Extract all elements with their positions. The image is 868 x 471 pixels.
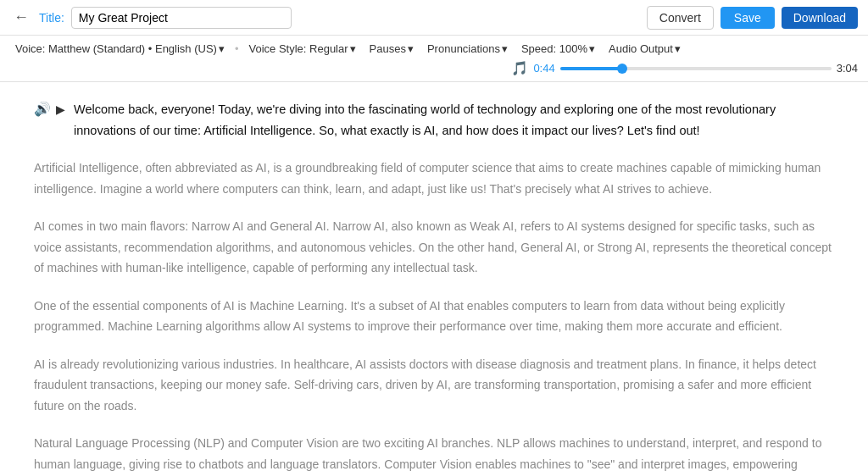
pronunciations-chevron: ▾	[502, 42, 508, 55]
voice-style-label: Voice Style: Regular	[249, 42, 348, 55]
pauses-label: Pauses	[370, 42, 406, 55]
convert-button[interactable]: Convert	[647, 6, 714, 30]
save-button[interactable]: Save	[721, 7, 775, 29]
audio-file-icon: 🎵	[511, 60, 528, 76]
voice-label: Voice: Matthew (Standard) • English (US)	[15, 42, 217, 55]
pauses-chevron: ▾	[408, 42, 414, 55]
voice-style-selector[interactable]: Voice Style: Regular ▾	[244, 41, 361, 57]
audio-output-label: Audio Output	[609, 42, 673, 55]
audio-progress-bar: 🎵 0:44 3:04	[511, 60, 858, 76]
pronunciations-label: Pronunciations	[427, 42, 500, 55]
back-button[interactable]: ←	[10, 8, 32, 26]
download-button[interactable]: Download	[782, 7, 858, 29]
progress-fill	[560, 67, 623, 70]
audio-output-chevron: ▾	[675, 42, 681, 55]
pronunciations-selector[interactable]: Pronunciations ▾	[422, 41, 513, 57]
time-total: 3:04	[837, 62, 858, 75]
speed-label: Speed: 100%	[521, 42, 587, 55]
paragraph-4: AI is already revolutionizing various in…	[34, 354, 834, 417]
toolbar: Voice: Matthew (Standard) • English (US)…	[0, 36, 868, 82]
volume-icon[interactable]: 🔊	[34, 101, 51, 117]
speed-selector[interactable]: Speed: 100% ▾	[516, 41, 600, 57]
time-current: 0:44	[533, 62, 554, 75]
voice-selector[interactable]: Voice: Matthew (Standard) • English (US)…	[10, 41, 230, 57]
progress-track[interactable]	[560, 67, 832, 70]
speed-chevron: ▾	[589, 42, 595, 55]
play-icon[interactable]: ▶	[56, 103, 65, 116]
title-label: Title:	[39, 11, 64, 25]
voice-chevron: ▾	[219, 42, 225, 55]
paragraph-5: Natural Language Processing (NLP) and Co…	[34, 433, 834, 471]
title-input[interactable]	[71, 7, 292, 29]
audio-output-selector[interactable]: Audio Output ▾	[604, 41, 686, 57]
voice-style-chevron: ▾	[350, 42, 356, 55]
content-area: 🔊 ▶ Welcome back, everyone! Today, we're…	[0, 82, 868, 471]
highlighted-paragraph-text: Welcome back, everyone! Today, we're div…	[74, 99, 834, 141]
paragraph-3: One of the essential components of AI is…	[34, 296, 834, 337]
highlighted-paragraph: 🔊 ▶ Welcome back, everyone! Today, we're…	[34, 99, 834, 141]
pauses-selector[interactable]: Pauses ▾	[364, 41, 419, 57]
paragraph-2: AI comes in two main flavors: Narrow AI …	[34, 216, 834, 279]
paragraph-1: Artificial Intelligence, often abbreviat…	[34, 158, 834, 199]
progress-thumb[interactable]	[617, 64, 627, 74]
separator-1: •	[235, 42, 239, 55]
top-bar: ← Title: Convert Save Download	[0, 0, 868, 36]
paragraph-controls: 🔊 ▶	[34, 101, 65, 117]
